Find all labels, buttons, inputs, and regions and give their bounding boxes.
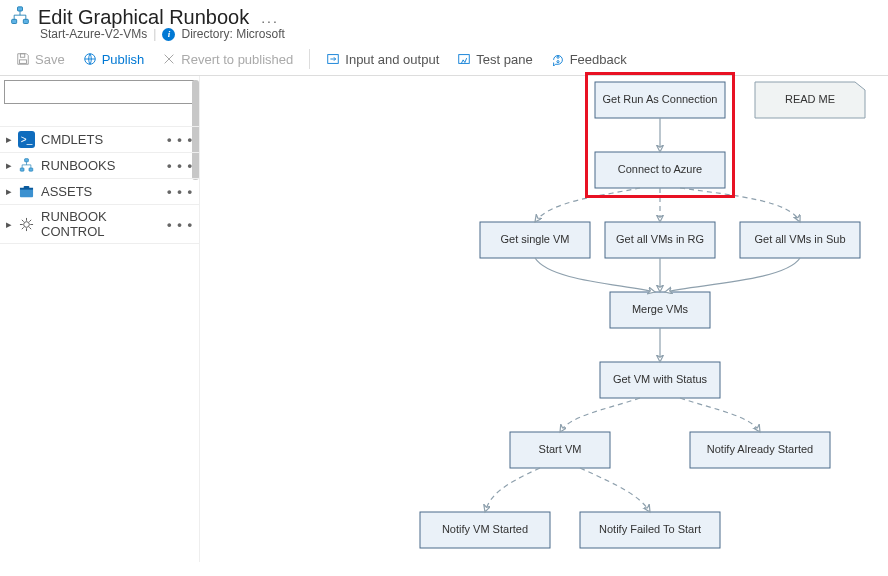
test-icon bbox=[457, 52, 471, 66]
runbook-name: Start-Azure-V2-VMs bbox=[40, 27, 147, 41]
feedback-label: Feedback bbox=[570, 52, 627, 67]
runbook-icon bbox=[18, 157, 35, 174]
revert-icon bbox=[162, 52, 176, 66]
test-pane-button[interactable]: Test pane bbox=[451, 50, 538, 69]
publish-label: Publish bbox=[102, 52, 145, 67]
svg-text:Notify VM Started: Notify VM Started bbox=[442, 523, 528, 535]
svg-text:Connect to Azure: Connect to Azure bbox=[618, 163, 702, 175]
row-more-button[interactable]: • • • bbox=[167, 158, 193, 173]
svg-text:Get VM with Status: Get VM with Status bbox=[613, 373, 708, 385]
row-more-button[interactable]: • • • bbox=[167, 184, 193, 199]
svg-rect-12 bbox=[29, 168, 33, 171]
cmdlet-icon: >_ bbox=[18, 131, 35, 148]
svg-text:Get all VMs in Sub: Get all VMs in Sub bbox=[754, 233, 845, 245]
node-notify-already-started[interactable]: Notify Already Started bbox=[690, 432, 830, 468]
node-get-all-vms-in-rg[interactable]: Get all VMs in RG bbox=[605, 222, 715, 258]
search-input[interactable] bbox=[4, 80, 194, 104]
svg-text:Get all VMs in RG: Get all VMs in RG bbox=[616, 233, 704, 245]
node-connect-to-azure[interactable]: Connect to Azure bbox=[595, 152, 725, 188]
node-merge-vms[interactable]: Merge VMs bbox=[610, 292, 710, 328]
tree-item-cmdlets[interactable]: ▸ >_ CMDLETS • • • bbox=[0, 126, 199, 153]
tree-label: RUNBOOK CONTROL bbox=[41, 209, 161, 239]
revert-label: Revert to published bbox=[181, 52, 293, 67]
header-more-button[interactable]: ... bbox=[261, 10, 279, 26]
svg-rect-2 bbox=[23, 19, 28, 23]
node-notify-vm-started[interactable]: Notify VM Started bbox=[420, 512, 550, 548]
tree-item-runbooks[interactable]: ▸ RUNBOOKS • • • bbox=[0, 153, 199, 179]
node-start-vm[interactable]: Start VM bbox=[510, 432, 610, 468]
revert-button[interactable]: Revert to published bbox=[156, 50, 299, 69]
svg-rect-4 bbox=[20, 54, 24, 58]
info-icon[interactable]: i bbox=[162, 28, 175, 41]
svg-point-8 bbox=[557, 56, 559, 58]
edge bbox=[535, 188, 640, 222]
tree-label: RUNBOOKS bbox=[41, 158, 161, 173]
feedback-button[interactable]: Feedback bbox=[545, 50, 633, 69]
svg-rect-7 bbox=[459, 55, 470, 64]
node-notify-failed-to-start[interactable]: Notify Failed To Start bbox=[580, 512, 720, 548]
edge bbox=[680, 398, 760, 432]
edge bbox=[680, 188, 800, 222]
main-area: ▸ >_ CMDLETS • • • ▸ RUNBOOKS • • • ▸ AS… bbox=[0, 76, 888, 562]
workflow-svg: Get Run As Connection READ ME Connect to… bbox=[200, 76, 888, 562]
separator: | bbox=[153, 27, 156, 41]
svg-text:Merge VMs: Merge VMs bbox=[632, 303, 689, 315]
workflow-canvas[interactable]: Get Run As Connection READ ME Connect to… bbox=[200, 76, 888, 562]
svg-text:Get Run As Connection: Get Run As Connection bbox=[603, 93, 718, 105]
publish-icon bbox=[83, 52, 97, 66]
edge bbox=[665, 258, 800, 292]
header-top-row: Edit Graphical Runbook ... bbox=[10, 6, 878, 29]
save-label: Save bbox=[35, 52, 65, 67]
header-subtitle: Start-Azure-V2-VMs | i Directory: Micros… bbox=[10, 27, 878, 41]
svg-point-16 bbox=[24, 221, 30, 227]
node-get-vm-with-status[interactable]: Get VM with Status bbox=[600, 362, 720, 398]
save-icon bbox=[16, 52, 30, 66]
tree-item-assets[interactable]: ▸ ASSETS • • • bbox=[0, 179, 199, 205]
row-more-button[interactable]: • • • bbox=[167, 217, 193, 232]
svg-rect-11 bbox=[20, 168, 24, 171]
page-header: Edit Graphical Runbook ... Start-Azure-V… bbox=[0, 0, 888, 43]
io-icon bbox=[326, 52, 340, 66]
edge bbox=[485, 468, 540, 512]
node-get-all-vms-in-sub[interactable]: Get all VMs in Sub bbox=[740, 222, 860, 258]
runbook-icon bbox=[10, 6, 30, 29]
svg-text:Notify Failed To Start: Notify Failed To Start bbox=[599, 523, 701, 535]
input-output-button[interactable]: Input and output bbox=[320, 50, 445, 69]
io-label: Input and output bbox=[345, 52, 439, 67]
save-button[interactable]: Save bbox=[10, 50, 71, 69]
svg-point-9 bbox=[557, 61, 559, 63]
directory-label: Directory: Microsoft bbox=[181, 27, 284, 41]
svg-rect-10 bbox=[25, 159, 29, 162]
svg-text:READ ME: READ ME bbox=[785, 93, 835, 105]
page-title: Edit Graphical Runbook bbox=[38, 6, 249, 29]
chevron-right-icon: ▸ bbox=[6, 159, 12, 172]
node-read-me[interactable]: READ ME bbox=[755, 82, 865, 118]
edge bbox=[580, 468, 650, 512]
gear-icon bbox=[18, 216, 35, 233]
toolbar: Save Publish Revert to published Input a… bbox=[0, 43, 888, 76]
svg-rect-0 bbox=[18, 7, 23, 11]
toolbar-separator bbox=[309, 49, 310, 69]
svg-rect-15 bbox=[24, 186, 30, 189]
tree-label: ASSETS bbox=[41, 184, 161, 199]
svg-text:Notify Already Started: Notify Already Started bbox=[707, 443, 813, 455]
tree-item-runbook-control[interactable]: ▸ RUNBOOK CONTROL • • • bbox=[0, 205, 199, 244]
chevron-right-icon: ▸ bbox=[6, 218, 12, 231]
svg-rect-13 bbox=[20, 189, 33, 197]
tree-label: CMDLETS bbox=[41, 132, 161, 147]
chevron-right-icon: ▸ bbox=[6, 185, 12, 198]
edge bbox=[560, 398, 640, 432]
node-get-single-vm[interactable]: Get single VM bbox=[480, 222, 590, 258]
publish-button[interactable]: Publish bbox=[77, 50, 151, 69]
chevron-right-icon: ▸ bbox=[6, 133, 12, 146]
svg-rect-1 bbox=[12, 19, 17, 23]
svg-rect-3 bbox=[20, 60, 27, 64]
feedback-icon bbox=[551, 52, 565, 66]
assets-icon bbox=[18, 183, 35, 200]
test-label: Test pane bbox=[476, 52, 532, 67]
svg-text:Start VM: Start VM bbox=[539, 443, 582, 455]
node-get-run-as-connection[interactable]: Get Run As Connection bbox=[595, 82, 725, 118]
row-more-button[interactable]: • • • bbox=[167, 132, 193, 147]
edge bbox=[535, 258, 655, 292]
svg-text:Get single VM: Get single VM bbox=[500, 233, 569, 245]
